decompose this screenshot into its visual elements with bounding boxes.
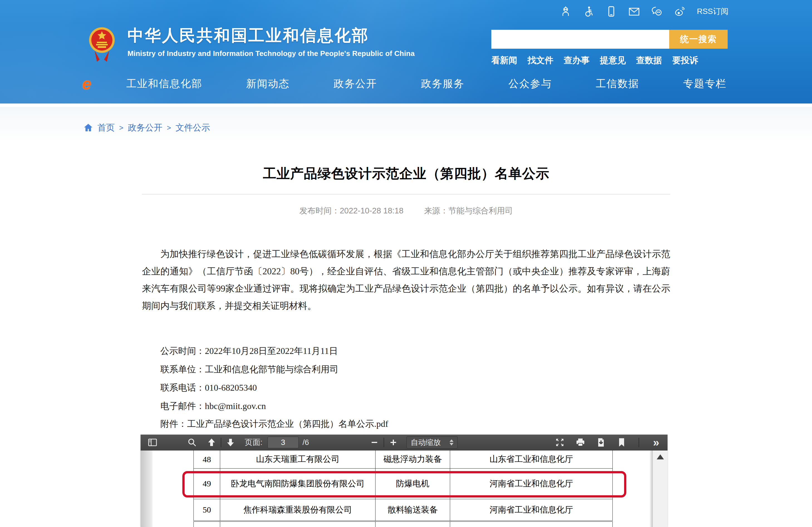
home-icon[interactable] xyxy=(84,123,93,132)
arrow-up-icon xyxy=(207,438,216,447)
table-row: 50 焦作科瑞森重装股份有限公司 散料输送装备 河南省工业和信息化厅 xyxy=(194,499,613,521)
attachment-label: 附件： xyxy=(160,419,187,429)
cell-product: 防爆电机 xyxy=(376,468,450,499)
pdf-sidebar-toggle-button[interactable] xyxy=(146,436,159,449)
toolbar-separator xyxy=(221,438,221,447)
breadcrumb-home[interactable]: 首页 xyxy=(98,122,115,134)
cell-department: 河南省工业和信息化厅 xyxy=(450,468,613,499)
pdf-toolbar-right: » xyxy=(553,436,663,449)
nav-item-topics[interactable]: 专题专栏 xyxy=(683,77,727,91)
article-meta: 发布时间：2022-10-28 18:18 来源：节能与综合利用司 xyxy=(142,205,670,217)
toolbar-separator xyxy=(383,438,384,447)
page: RSS订阅 中华人民共和国工业和信息化部 Ministry of Industr… xyxy=(0,0,812,527)
quick-link-news[interactable]: 看新闻 xyxy=(491,55,517,66)
article-paragraph: 为加快推行绿色设计，促进工业绿色低碳循环发展，根据《工业和信息化部办公厅关于组织… xyxy=(142,245,670,314)
cell-product: 散料输送装备 xyxy=(376,499,450,521)
double-chevron-icon: » xyxy=(653,437,659,448)
pdf-scrollbar[interactable] xyxy=(653,451,668,527)
topbar: RSS订阅 xyxy=(560,5,728,17)
nav-item-participation[interactable]: 公众参与 xyxy=(508,77,552,91)
quick-link-suggest[interactable]: 提意见 xyxy=(600,55,626,66)
table-row: 48 山东天瑞重工有限公司 磁悬浮动力装备 山东省工业和信息化厅 xyxy=(194,451,613,468)
plus-icon xyxy=(389,439,397,446)
scroll-up-arrow-icon[interactable] xyxy=(657,454,664,459)
pdf-viewer: 页面: /6 自动缩放 xyxy=(141,435,668,527)
attachment-pdf-link[interactable]: 工业产品绿色设计示范企业（第四批）名单公示.pdf xyxy=(187,419,388,429)
rss-subscribe-link[interactable]: RSS订阅 xyxy=(697,6,728,17)
detail-contact-unit: 联系单位：工业和信息化部节能与综合利用司 xyxy=(160,360,338,378)
pdf-prev-page-button[interactable] xyxy=(205,436,218,449)
search-icon xyxy=(187,438,197,447)
search-input[interactable] xyxy=(491,30,669,49)
page-edge-shadow xyxy=(650,451,653,527)
zoom-mode-select[interactable]: 自动缩放 xyxy=(406,436,458,449)
printer-icon xyxy=(575,438,585,447)
breadcrumb-separator: > xyxy=(167,123,171,132)
quick-link-data[interactable]: 查数据 xyxy=(636,55,662,66)
site-header: RSS订阅 中华人民共和国工业和信息化部 Ministry of Industr… xyxy=(0,0,812,103)
accessibility-icon[interactable] xyxy=(583,5,594,17)
nav-item-data[interactable]: 工信数据 xyxy=(596,77,639,91)
print-button[interactable] xyxy=(574,436,587,449)
cell-company: 卧龙电气南阳防爆集团股份有限公司 xyxy=(220,468,376,499)
zoom-controls: 自动缩放 xyxy=(368,436,458,449)
pdf-toolbar: 页面: /6 自动缩放 xyxy=(141,435,668,451)
site-subtitle: Ministry of Industry and Information Tec… xyxy=(128,49,415,58)
zoom-out-button[interactable] xyxy=(368,436,381,449)
breadcrumb-file-notice[interactable]: 文件公示 xyxy=(175,122,210,134)
detail-contact-phone: 联系电话：010-68205340 xyxy=(160,378,338,397)
page-label: 页面: xyxy=(245,437,262,448)
page-number-input[interactable] xyxy=(267,437,299,448)
publish-time: 发布时间：2022-10-28 18:18 xyxy=(299,206,403,215)
quick-link-complaint[interactable]: 要投诉 xyxy=(672,55,698,66)
more-tools-button[interactable]: » xyxy=(650,436,663,449)
download-icon xyxy=(596,438,606,447)
breadcrumb: 首页 > 政务公开 > 文件公示 xyxy=(84,122,210,134)
weibo-icon[interactable] xyxy=(674,5,686,17)
brand: 中华人民共和国工业和信息化部 Ministry of Industry and … xyxy=(88,24,415,66)
nav-item-news[interactable]: 新闻动态 xyxy=(246,77,290,91)
pdf-find-button[interactable] xyxy=(186,436,199,449)
nav-items: 工业和信息化部 新闻动态 政务公开 政务服务 公众参与 工信数据 专题专栏 xyxy=(126,77,727,91)
cell-product: 磁悬浮动力装备 xyxy=(376,451,450,468)
wechat-icon[interactable] xyxy=(651,5,663,17)
unified-search-button[interactable]: 统一搜索 xyxy=(669,30,728,49)
nav-item-miit[interactable]: 工业和信息化部 xyxy=(126,77,202,91)
pdf-next-page-button[interactable] xyxy=(224,436,237,449)
nav-item-gov-open[interactable]: 政务公开 xyxy=(333,77,377,91)
pdf-page: 48 山东天瑞重工有限公司 磁悬浮动力装备 山东省工业和信息化厅 49 卧龙电气… xyxy=(153,451,650,527)
detail-publicity-period: 公示时间：2022年10月28日至2022年11月11日 xyxy=(160,342,338,360)
table-row-highlighted: 49 卧龙电气南阳防爆集团股份有限公司 防爆电机 河南省工业和信息化厅 xyxy=(194,468,613,499)
cell-department: 山东省工业和信息化厅 xyxy=(450,451,613,468)
sidebar-toggle-icon xyxy=(148,438,157,447)
cell-no: 50 xyxy=(194,499,220,521)
mobile-icon[interactable] xyxy=(606,5,617,17)
nav-e-logo-icon[interactable]: e xyxy=(82,75,91,92)
nav-item-gov-service[interactable]: 政务服务 xyxy=(421,77,464,91)
mail-icon[interactable] xyxy=(628,5,640,17)
zoom-in-button[interactable] xyxy=(387,436,400,449)
quick-link-services[interactable]: 查办事 xyxy=(564,55,590,66)
enterprise-table: 48 山东天瑞重工有限公司 磁悬浮动力装备 山东省工业和信息化厅 49 卧龙电气… xyxy=(193,451,613,527)
bookmark-icon xyxy=(618,438,625,447)
breadcrumb-gov-open[interactable]: 政务公开 xyxy=(128,122,162,134)
attachment-row: 附件：工业产品绿色设计示范企业（第四批）名单公示.pdf xyxy=(160,418,388,430)
main-nav: e 工业和信息化部 新闻动态 政务公开 政务服务 公众参与 工信数据 专题专栏 xyxy=(82,73,727,94)
quick-links: 看新闻 找文件 查办事 提意见 查数据 要投诉 xyxy=(491,55,698,66)
site-title: 中华人民共和国工业和信息化部 xyxy=(128,26,415,45)
cell-no: 48 xyxy=(194,451,220,468)
article-title: 工业产品绿色设计示范企业（第四批）名单公示 xyxy=(142,165,670,182)
download-button[interactable] xyxy=(595,436,607,449)
quick-link-files[interactable]: 找文件 xyxy=(527,55,553,66)
presentation-mode-button[interactable] xyxy=(553,436,566,449)
minus-icon xyxy=(371,439,378,446)
national-emblem-icon xyxy=(88,24,115,66)
title-divider xyxy=(142,194,670,194)
cell-company: 焦作科瑞森重装股份有限公司 xyxy=(220,499,376,521)
assistant-robot-icon[interactable] xyxy=(560,5,571,17)
pdf-left-gutter xyxy=(141,451,153,527)
brand-text: 中华人民共和国工业和信息化部 Ministry of Industry and … xyxy=(128,24,415,58)
breadcrumb-separator: > xyxy=(119,123,123,132)
pdf-body: 48 山东天瑞重工有限公司 磁悬浮动力装备 山东省工业和信息化厅 49 卧龙电气… xyxy=(141,451,668,527)
bookmark-button[interactable] xyxy=(615,436,628,449)
